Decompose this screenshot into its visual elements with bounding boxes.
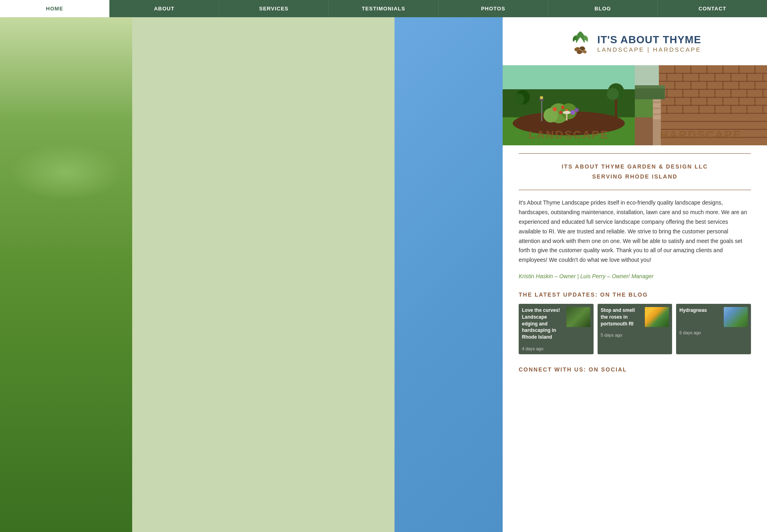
blog-card-1[interactable]: Love the curves! Landscape edging and ha… <box>519 304 594 354</box>
svg-point-26 <box>540 96 543 99</box>
hero-hardscape-overlay: HARDSCAPE <box>635 128 767 141</box>
social-section-title: CONNECT WITH US: ON SOCIAL <box>519 366 751 373</box>
svg-point-11 <box>553 107 557 111</box>
hero-hardscape-label: HARDSCAPE <box>660 128 742 141</box>
blog-card-1-date: 4 days ago <box>522 346 590 351</box>
blog-section-title: THE LATEST UPDATES: ON THE BLOG <box>519 291 751 298</box>
svg-point-23 <box>513 94 524 105</box>
blog-card-2-date: 5 days ago <box>601 333 669 337</box>
svg-rect-85 <box>635 85 665 88</box>
svg-rect-24 <box>541 99 542 121</box>
blog-card-3-thumb <box>724 307 748 327</box>
hero-images: LANDSCAPE <box>503 65 767 145</box>
main-content-panel: IT'S ABOUT THYME LANDSCAPE | HARDSCAPE <box>503 17 767 532</box>
logo-title: IT'S ABOUT THYME <box>597 34 701 46</box>
hero-landscape-label: LANDSCAPE <box>528 128 609 141</box>
owners-text: Kristin Haskin – Owner | Luis Perry – Ow… <box>519 273 751 279</box>
svg-point-21 <box>607 88 619 100</box>
svg-point-13 <box>559 111 562 114</box>
svg-point-16 <box>575 108 579 112</box>
blog-card-3-text: Hydragneas <box>679 307 721 327</box>
logo-icon <box>568 29 592 57</box>
company-name: ITS ABOUT THYME GARDEN & DESIGN LLC <box>519 162 751 172</box>
svg-point-15 <box>570 110 575 115</box>
company-location: SERVING RHODE ISLAND <box>519 172 751 182</box>
blog-card-3[interactable]: Hydragneas 6 days ago <box>676 304 751 354</box>
blog-card-3-date: 6 days ago <box>679 330 748 335</box>
blog-card-1-title: Love the curves! Landscape edging and ha… <box>522 307 563 341</box>
svg-point-18 <box>563 111 571 114</box>
hero-hardscape: HARDSCAPE <box>635 65 767 145</box>
svg-rect-84 <box>635 87 665 99</box>
hero-landscape: LANDSCAPE <box>503 65 635 145</box>
nav-contact[interactable]: CONTACT <box>658 0 767 17</box>
blog-card-1-thumb <box>566 307 590 327</box>
blog-cards: Love the curves! Landscape edging and ha… <box>519 304 751 354</box>
svg-rect-83 <box>653 115 661 119</box>
logo-subtitle: LANDSCAPE | HARDSCAPE <box>597 46 701 53</box>
svg-rect-82 <box>653 109 661 113</box>
nav-about[interactable]: ABOUT <box>110 0 219 17</box>
page-wrapper: IT'S ABOUT THYME LANDSCAPE | HARDSCAPE <box>0 17 767 532</box>
nav-photos[interactable]: PHOTOS <box>439 0 548 17</box>
bg-lawn <box>0 17 132 532</box>
svg-rect-81 <box>653 103 661 107</box>
nav-home[interactable]: HOME <box>0 0 110 17</box>
logo-text: IT'S ABOUT THYME LANDSCAPE | HARDSCAPE <box>597 34 701 53</box>
logo-container: IT'S ABOUT THYME LANDSCAPE | HARDSCAPE <box>511 29 759 57</box>
nav-services[interactable]: SERVICES <box>219 0 329 17</box>
about-paragraph: It's About Thyme Landscape prides itself… <box>519 198 751 265</box>
main-nav: HOME ABOUT SERVICES TESTIMONIALS PHOTOS … <box>0 0 767 17</box>
blog-card-3-title: Hydragneas <box>679 307 721 314</box>
blog-card-1-text: Love the curves! Landscape edging and ha… <box>522 307 563 343</box>
divider-bottom <box>519 190 751 190</box>
blog-card-2[interactable]: Stop and smell the roses in portsmouth R… <box>598 304 672 354</box>
nav-blog[interactable]: BLOG <box>548 0 658 17</box>
svg-point-12 <box>561 106 564 109</box>
logo-area: IT'S ABOUT THYME LANDSCAPE | HARDSCAPE <box>503 17 767 65</box>
blog-card-2-title: Stop and smell the roses in portsmouth R… <box>601 307 642 327</box>
hero-landscape-overlay: LANDSCAPE <box>503 128 635 141</box>
company-heading: ITS ABOUT THYME GARDEN & DESIGN LLC SERV… <box>519 159 751 185</box>
blog-card-2-text: Stop and smell the roses in portsmouth R… <box>601 307 642 329</box>
content-area: ITS ABOUT THYME GARDEN & DESIGN LLC SERV… <box>503 145 767 389</box>
divider-top <box>519 153 751 154</box>
blog-card-2-thumb <box>645 307 669 327</box>
nav-testimonials[interactable]: TESTIMONIALS <box>329 0 439 17</box>
